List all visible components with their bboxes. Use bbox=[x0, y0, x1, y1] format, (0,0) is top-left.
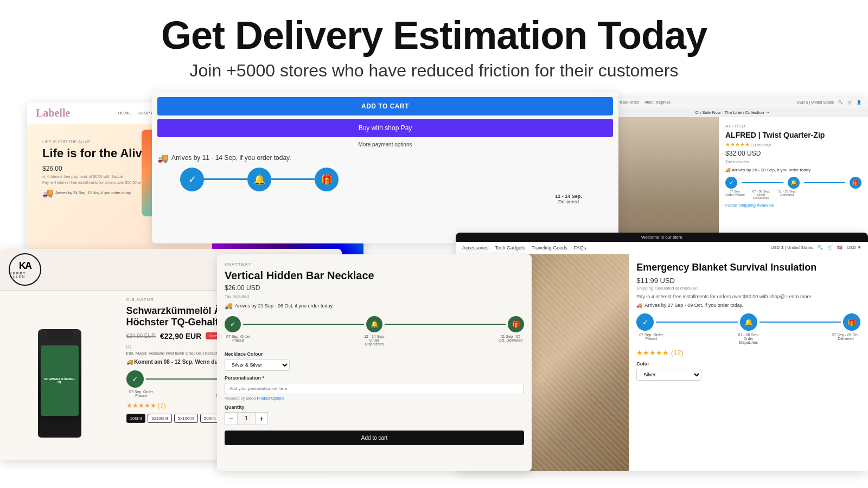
step-label-3: 11 - 14 Sep. Delivered bbox=[547, 194, 590, 204]
necklace-arrives: 🚚 Arrives by 21 Sep - 06 Oct, if you ord… bbox=[225, 302, 524, 310]
truck-icon: 🚚 bbox=[157, 153, 168, 163]
size-3x100ml[interactable]: 3x100ml bbox=[148, 414, 171, 423]
alfred-step-1: ✓ bbox=[725, 177, 737, 189]
nav-about[interactable]: About Ralphies bbox=[644, 100, 670, 104]
emergency-product-title: Emergency Blanket Survival Insulation bbox=[636, 262, 860, 274]
step-circle-3: 🎁 bbox=[315, 168, 339, 191]
card-necklace: KNATTERY Vertical Hidden Bar Necklace $2… bbox=[217, 254, 532, 471]
step-label-2 bbox=[363, 194, 407, 204]
shop-pay-button[interactable]: Buy with shop Pay bbox=[157, 119, 613, 137]
necklace-tax: Tax Included bbox=[225, 294, 524, 299]
nav-accessories[interactable]: Accessories bbox=[462, 245, 489, 251]
necklace-powered-by: Powered by Globo Product Options bbox=[225, 396, 524, 400]
necklace-step-1: ✓ bbox=[225, 316, 241, 332]
necklace-step-label-1: 07 Sep. Order Placed bbox=[225, 335, 252, 346]
necklace-personalization-input[interactable] bbox=[225, 383, 524, 394]
alfred-step-label-2: 07 - 08 Sep. Order Dispatches bbox=[751, 190, 771, 200]
nav-traveling[interactable]: Traveling Goods bbox=[532, 245, 567, 251]
emergency-steps: ✓ 🔔 🎁 bbox=[636, 313, 860, 331]
step-delivered: Delivered bbox=[547, 199, 590, 204]
step-circle-2: 🔔 bbox=[247, 168, 271, 191]
emergency-step-1: ✓ bbox=[636, 313, 654, 331]
necklace-color-select[interactable]: Silver & Silver Gold & Gold bbox=[225, 359, 290, 371]
kerry-step-label-1: 07 Sep. Order Placed bbox=[126, 390, 156, 397]
necklace-steps: ✓ 🔔 🎁 bbox=[225, 316, 524, 332]
alfred-faster-shipping[interactable]: Faster Shipping Available bbox=[725, 203, 861, 208]
necklace-personalization-label: Personalisation * bbox=[225, 375, 524, 381]
kerry-bottle-label: SCHWARZ KÜMMEL ÖL bbox=[41, 345, 79, 416]
step-line-2 bbox=[271, 178, 315, 180]
emergency-nav-right: USD $ | United States 🔍 🛒 🇺🇸 USD ▼ bbox=[771, 245, 861, 250]
alfred-sale-banner[interactable]: On Sale Now - The Linen Collection → bbox=[597, 108, 868, 117]
alfred-step-labels: 07 Sep. Order Placed 07 - 08 Sep. Order … bbox=[725, 190, 861, 200]
size-5x100ml[interactable]: 5x100ml bbox=[174, 414, 198, 423]
qty-decrease-button[interactable]: − bbox=[225, 412, 238, 425]
alfred-step-line-1 bbox=[742, 182, 783, 183]
nav-track[interactable]: Track Order bbox=[619, 100, 639, 104]
arrives-text: Arrives by 11 - 14 Sep, if you order tod… bbox=[171, 154, 291, 162]
add-to-cart-button[interactable]: ADD TO CART bbox=[157, 97, 613, 115]
kerry-step-line-1 bbox=[146, 378, 220, 380]
labelle-delivery-text: Arrives by 24 Sep, 13 Nov, if you order … bbox=[55, 191, 131, 195]
more-payment-options[interactable]: More payment options bbox=[157, 142, 613, 147]
screenshots-container: Labelle HOME SHOP ALL A VERY SPOOKY CHRI… bbox=[0, 92, 868, 460]
alfred-steps: ✓ 🔔 🎁 bbox=[725, 177, 861, 189]
emergency-arrives: 🚚 Arrives by 27 Sep - 09 Oct, if you ord… bbox=[636, 303, 860, 308]
alfred-product-title: ALFRED | Twist Quarter-Zip bbox=[725, 131, 861, 139]
emergency-step-line-1 bbox=[656, 322, 737, 323]
kerry-img-col: SCHWARZ KÜMMEL ÖL bbox=[0, 291, 120, 460]
alfred-currency[interactable]: USD $ | United States bbox=[797, 100, 834, 104]
alfred-stars: ★★★★★ 3 Reviews bbox=[725, 142, 861, 147]
cart-icon[interactable]: 🛒 bbox=[827, 245, 833, 250]
nav-tech[interactable]: Tech Gadgets bbox=[495, 245, 526, 251]
search-icon[interactable]: 🔍 bbox=[818, 245, 823, 250]
alfred-step-label-1: 07 Sep. Order Placed bbox=[725, 190, 745, 200]
emergency-step-label-1: 07 Sep. Order Placed bbox=[636, 333, 666, 344]
necklace-step-2: 🔔 bbox=[366, 316, 382, 332]
alfred-nav-right: USD $ | United States 🔍 🛒 👤 bbox=[797, 100, 861, 105]
emergency-step-label-3: 27 Sep - 09 Oct. Delivered bbox=[831, 333, 860, 344]
kerry-logo-subtitle: KERRY ALLEN bbox=[10, 272, 40, 278]
necklace-add-to-cart-button[interactable]: Add to cart bbox=[225, 431, 524, 445]
emergency-step-labels: 07 Sep. Order Placed 07 - 08 Sep. Order … bbox=[636, 333, 860, 344]
emergency-currency[interactable]: USD $ | United States bbox=[771, 245, 813, 250]
necklace-product-title: Vertical Hidden Bar Necklace bbox=[225, 269, 524, 282]
necklace-step-line-2 bbox=[385, 324, 506, 325]
alfred-step-2: 🔔 bbox=[788, 177, 800, 189]
nav-faqs[interactable]: FAQs bbox=[574, 245, 586, 251]
header: Get Delivery Estimation Today Join +5000… bbox=[0, 0, 868, 92]
necklace-qty-label: Quantity bbox=[225, 404, 524, 410]
necklace-step-line-1 bbox=[243, 324, 364, 325]
alfred-brand: ALFRED bbox=[725, 124, 861, 129]
emergency-color-label: Color bbox=[636, 361, 860, 367]
nav-link-home[interactable]: HOME bbox=[118, 111, 131, 115]
page-title: Get Delivery Estimation Today bbox=[22, 15, 846, 56]
card-delivery: ADD TO CART Buy with shop Pay More payme… bbox=[152, 92, 618, 243]
step-date: 11 - 14 Sep. bbox=[547, 194, 590, 199]
search-icon[interactable]: 🔍 bbox=[838, 100, 843, 105]
emergency-color-select[interactable]: Silver Gold bbox=[636, 369, 701, 381]
necklace-globo-link[interactable]: Globo Product Options bbox=[246, 396, 284, 400]
step-circle-1: ✓ bbox=[180, 168, 204, 191]
page-subtitle: Join +5000 stores who have reduced frict… bbox=[22, 61, 846, 81]
alfred-tax: Tax included bbox=[725, 159, 861, 164]
alfred-arrives: 🚚 Arrives by 26 - 28 Sep, if you order t… bbox=[725, 168, 861, 172]
cart-icon[interactable]: 🛒 bbox=[847, 100, 852, 105]
necklace-color-label: Necklace Colour bbox=[225, 351, 524, 357]
step-label-1 bbox=[180, 194, 224, 204]
qty-increase-button[interactable]: + bbox=[255, 412, 268, 425]
size-100ml[interactable]: 100ml bbox=[126, 414, 146, 423]
step-line-1 bbox=[204, 178, 247, 180]
emergency-step-3: 🎁 bbox=[843, 313, 860, 331]
steps-row: ✓ 🔔 🎁 bbox=[180, 168, 590, 191]
kerry-logo-circle: KA KERRY ALLEN bbox=[9, 253, 41, 286]
user-icon[interactable]: 👤 bbox=[857, 100, 861, 105]
emergency-shipping: Shipping calculated at checkout. bbox=[636, 286, 860, 291]
alfred-reviews: 3 Reviews bbox=[751, 143, 771, 147]
alfred-store-nav: Latest Track Order About Ralphies USD $ … bbox=[597, 97, 868, 108]
emergency-price: $11.99 USD bbox=[636, 277, 860, 285]
alfred-step-3: 🎁 bbox=[850, 177, 861, 189]
currency-dropdown[interactable]: USD ▼ bbox=[847, 245, 861, 250]
emergency-accessories-nav: Accessories Tech Gadgets Traveling Goods… bbox=[456, 242, 868, 254]
necklace-widget: KNATTERY Vertical Hidden Bar Necklace $2… bbox=[217, 254, 532, 471]
